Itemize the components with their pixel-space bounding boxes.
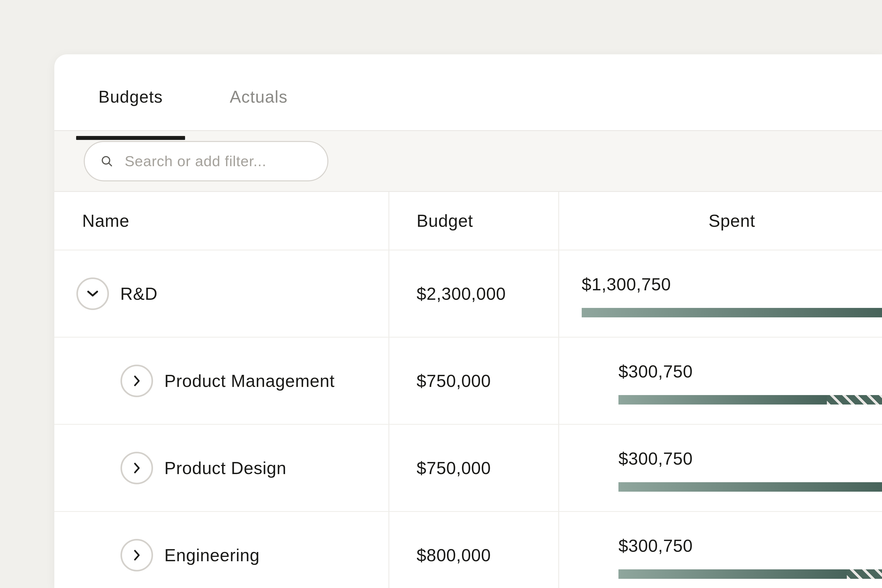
- spent-progress-bar: [582, 308, 882, 317]
- chevron-right-icon: [134, 549, 140, 561]
- name-cell: Product Management: [54, 338, 388, 424]
- spent-value: $300,750: [618, 448, 882, 469]
- spent-progress-fill: [618, 395, 827, 405]
- tab-budgets-label: Budgets: [98, 87, 163, 106]
- active-tab-underline: [76, 136, 185, 140]
- budget-app-screen: Budgets Actuals Name Budget: [0, 0, 882, 588]
- row-name: Product Management: [164, 371, 334, 391]
- tab-actuals[interactable]: Actuals: [207, 63, 310, 130]
- column-header-name: Name: [54, 192, 388, 250]
- spent-inner: $300,750: [582, 444, 882, 492]
- spent-value: $1,300,750: [582, 274, 882, 294]
- column-header-budget: Budget: [388, 192, 558, 250]
- spent-inner: $1,300,750: [582, 270, 882, 317]
- tab-bar: Budgets Actuals: [54, 54, 882, 131]
- name-cell: R&D: [54, 250, 388, 337]
- spent-progress-fill: [582, 308, 882, 317]
- column-header-budget-label: Budget: [417, 211, 473, 231]
- spent-progress-bar: [618, 395, 882, 405]
- spent-progress-bar: [618, 482, 882, 492]
- budget-value: $2,300,000: [417, 284, 506, 304]
- column-header-spent: Spent: [558, 192, 882, 250]
- chevron-right-icon: [134, 462, 140, 474]
- spent-progress-projected: [847, 569, 882, 579]
- filter-bar: [54, 131, 882, 192]
- search-icon: [100, 154, 114, 168]
- tab-actuals-label: Actuals: [230, 87, 287, 106]
- name-wrap: Engineering: [54, 539, 260, 572]
- search-field[interactable]: [84, 141, 328, 182]
- spent-inner: $300,750: [582, 532, 882, 579]
- table-row-rd[interactable]: R&D $2,300,000 $1,300,750: [54, 250, 882, 338]
- name-wrap: Product Management: [54, 364, 334, 397]
- column-header-name-label: Name: [82, 211, 129, 231]
- chevron-down-icon: [87, 290, 98, 297]
- row-name: R&D: [120, 284, 158, 304]
- spent-cell: $300,750: [558, 338, 882, 424]
- name-wrap: Product Design: [54, 452, 286, 484]
- expand-row-button[interactable]: [120, 539, 153, 572]
- spent-value: $300,750: [618, 536, 882, 556]
- expand-row-button[interactable]: [120, 452, 153, 484]
- name-cell: Product Design: [54, 425, 388, 511]
- spent-inner: $300,750: [582, 357, 882, 405]
- name-cell: Engineering: [54, 512, 388, 588]
- spent-progress-bar: [618, 569, 882, 579]
- table-header: Name Budget Spent: [54, 192, 882, 250]
- table-row-engineering[interactable]: Engineering $800,000 $300,750: [54, 512, 882, 588]
- row-name: Product Design: [164, 458, 286, 478]
- spent-cell: $1,300,750: [558, 250, 882, 337]
- spent-value: $300,750: [618, 362, 882, 381]
- table-row-product-management[interactable]: Product Management $750,000 $300,750: [54, 338, 882, 425]
- budget-cell: $750,000: [388, 425, 558, 511]
- spent-progress-fill: [618, 569, 847, 579]
- expand-row-button[interactable]: [120, 364, 153, 397]
- spent-cell: $300,750: [558, 425, 882, 511]
- budget-value: $750,000: [417, 458, 491, 478]
- spent-progress-projected: [827, 395, 882, 405]
- collapse-row-button[interactable]: [76, 278, 109, 310]
- spent-progress-fill: [618, 482, 882, 492]
- budget-cell: $800,000: [388, 512, 558, 588]
- search-input[interactable]: [124, 152, 316, 170]
- budget-cell: $2,300,000: [388, 250, 558, 337]
- column-header-spent-label: Spent: [708, 211, 755, 231]
- tab-budgets[interactable]: Budgets: [76, 63, 185, 130]
- chevron-right-icon: [134, 375, 140, 387]
- row-name: Engineering: [164, 545, 260, 565]
- spent-cell: $300,750: [558, 512, 882, 588]
- name-wrap: R&D: [54, 278, 158, 310]
- budget-value: $750,000: [417, 371, 491, 391]
- budgets-card: Budgets Actuals Name Budget: [54, 54, 882, 588]
- table-row-product-design[interactable]: Product Design $750,000 $300,750: [54, 425, 882, 512]
- budget-value: $800,000: [417, 545, 491, 565]
- budget-cell: $750,000: [388, 338, 558, 424]
